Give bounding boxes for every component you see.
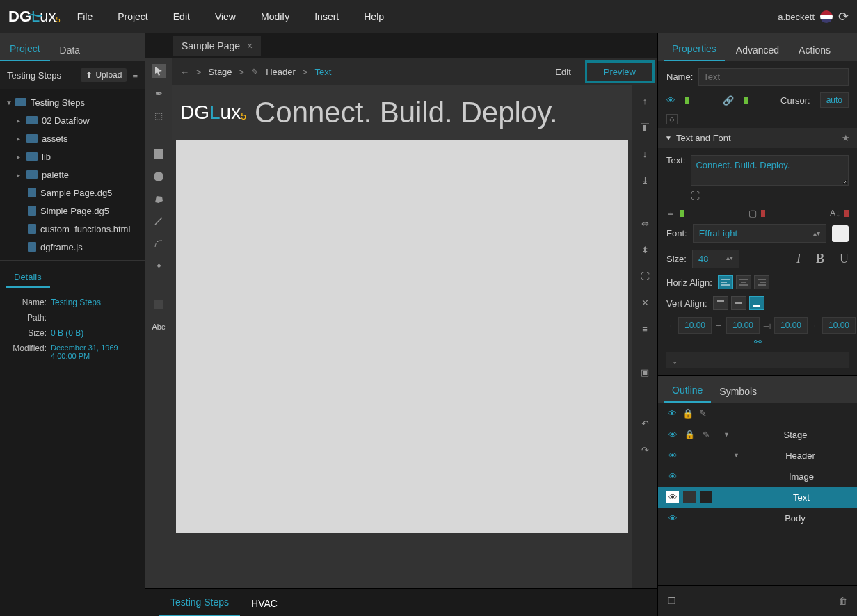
- nav-back-icon[interactable]: ←: [180, 67, 189, 77]
- align-center-button[interactable]: [736, 275, 751, 289]
- list-view-icon[interactable]: ≡: [132, 70, 138, 81]
- tab-properties[interactable]: Properties: [664, 36, 725, 61]
- size-select[interactable]: 48▴▾: [692, 250, 739, 268]
- expand-icon[interactable]: ⛶: [637, 268, 652, 284]
- fullscreen-icon[interactable]: ⛶: [691, 191, 700, 201]
- font-select[interactable]: EffraLight▴▾: [693, 224, 826, 243]
- menu-modify[interactable]: Modify: [261, 11, 289, 22]
- tree-file[interactable]: dgframe.js: [0, 238, 145, 256]
- name-input[interactable]: [698, 68, 849, 86]
- eye-icon[interactable]: 👁: [666, 512, 679, 524]
- polygon-tool-icon[interactable]: [152, 192, 166, 206]
- crop-icon[interactable]: ✕: [637, 295, 652, 310]
- tab-actions[interactable]: Actions: [790, 38, 839, 61]
- pen-tool-icon[interactable]: ✒: [152, 86, 166, 100]
- edit-mode-button[interactable]: Edit: [555, 67, 570, 77]
- outline-row-text[interactable]: 👁 Text: [658, 487, 857, 508]
- text-input[interactable]: [691, 155, 849, 186]
- distribute-icon[interactable]: ≡: [637, 321, 652, 337]
- lock-icon[interactable]: 🔒: [682, 408, 694, 419]
- eye-icon[interactable]: 👁: [668, 408, 677, 419]
- menu-project[interactable]: Project: [118, 11, 148, 22]
- tab-data[interactable]: Data: [50, 38, 90, 61]
- logout-icon[interactable]: ⟳: [838, 9, 849, 24]
- tab-outline[interactable]: Outline: [664, 378, 711, 403]
- align-left-button[interactable]: [718, 275, 733, 289]
- pad-top-input[interactable]: [726, 317, 760, 334]
- lock-icon[interactable]: 🔒: [683, 428, 696, 441]
- pad-bottom-input[interactable]: [822, 317, 856, 334]
- align-top-icon[interactable]: [637, 120, 652, 135]
- menu-insert[interactable]: Insert: [314, 11, 339, 22]
- ellipse-tool-icon[interactable]: [152, 170, 166, 184]
- tab-project[interactable]: Project: [0, 36, 50, 61]
- redo-icon[interactable]: ↷: [637, 442, 652, 457]
- tree-file[interactable]: Simple Page.dg5: [0, 202, 145, 220]
- align-right-button[interactable]: [754, 275, 769, 289]
- tree-folder-root[interactable]: ▼Testing Steps: [0, 93, 145, 111]
- duplicate-icon[interactable]: ❐: [668, 596, 676, 606]
- link-icon[interactable]: 🔗: [723, 95, 734, 106]
- crumb-stage[interactable]: Stage: [209, 67, 232, 77]
- italic-icon[interactable]: I: [796, 252, 801, 266]
- eye-icon[interactable]: 👁: [666, 491, 679, 503]
- center-icon[interactable]: ▣: [637, 364, 652, 380]
- bottom-tab-hvac[interactable]: HVAC: [240, 591, 289, 616]
- rect-tool-icon[interactable]: [152, 147, 166, 161]
- stop-tool-icon[interactable]: [152, 298, 166, 311]
- preview-button[interactable]: Preview: [585, 60, 655, 83]
- tree-file[interactable]: Sample Page.dg5: [0, 184, 145, 202]
- collapse-icon[interactable]: ◇: [666, 114, 678, 124]
- upload-button[interactable]: ⬆ Upload: [81, 68, 127, 82]
- text-font-section-header[interactable]: ▼ Text and Font ★: [658, 128, 857, 148]
- eye-icon[interactable]: 👁: [666, 449, 679, 462]
- curve-tool-icon[interactable]: [152, 236, 166, 250]
- menu-file[interactable]: File: [77, 11, 93, 22]
- tree-file[interactable]: custom_functions.html: [0, 220, 145, 238]
- doc-tab[interactable]: Sample Page ×: [173, 36, 261, 56]
- menu-edit[interactable]: Edit: [173, 11, 190, 22]
- tree-folder[interactable]: ▸02 Dataflow: [0, 111, 145, 129]
- menu-help[interactable]: Help: [364, 11, 384, 22]
- outline-row-body[interactable]: 👁 Body: [658, 508, 857, 528]
- arrow-up-icon[interactable]: ↑: [637, 93, 652, 108]
- link-padding-icon[interactable]: ⚯: [754, 337, 762, 347]
- outline-row-header[interactable]: 👁 ▼ Header: [658, 445, 857, 466]
- outline-row-stage[interactable]: 👁 🔒 ✎ ▼ Stage: [658, 424, 857, 445]
- menu-view[interactable]: View: [215, 11, 236, 22]
- outline-row-image[interactable]: 👁 Image: [658, 466, 857, 487]
- line-tool-icon[interactable]: [152, 214, 166, 228]
- valign-top-button[interactable]: [713, 296, 728, 310]
- pad-left-input[interactable]: [678, 317, 712, 334]
- bold-icon[interactable]: B: [816, 252, 824, 266]
- select-tool-icon[interactable]: [152, 64, 166, 78]
- puzzle-tool-icon[interactable]: ✦: [152, 259, 166, 273]
- eye-icon[interactable]: 👁: [666, 428, 679, 441]
- arrow-down-icon[interactable]: ↓: [637, 146, 652, 161]
- eye-icon[interactable]: 👁: [666, 470, 679, 483]
- crumb-header[interactable]: Header: [266, 67, 296, 77]
- trash-icon[interactable]: 🗑: [838, 596, 847, 606]
- cursor-select[interactable]: auto: [820, 92, 849, 108]
- fit-width-icon[interactable]: ⇔: [637, 216, 652, 231]
- text-dir-icon[interactable]: A↓: [830, 208, 840, 218]
- marquee-tool-icon[interactable]: ⬚: [152, 108, 166, 122]
- valign-bottom-button[interactable]: [749, 296, 764, 310]
- eye-icon[interactable]: 👁: [666, 95, 675, 106]
- download-icon[interactable]: ⤓: [637, 172, 652, 188]
- user-block[interactable]: a.beckett ⟳: [778, 9, 849, 24]
- edit-icon[interactable]: ✎: [700, 428, 712, 441]
- tree-folder[interactable]: ▸lib: [0, 147, 145, 165]
- align-icon[interactable]: ⫨: [666, 208, 675, 218]
- border-icon[interactable]: ▢: [748, 208, 757, 218]
- tab-symbols[interactable]: Symbols: [711, 379, 765, 403]
- font-color-swatch[interactable]: [832, 225, 849, 242]
- fit-height-icon[interactable]: ⬍: [637, 242, 652, 257]
- tab-advanced[interactable]: Advanced: [728, 38, 787, 61]
- undo-icon[interactable]: ↶: [637, 416, 652, 431]
- bottom-tab-testing[interactable]: Testing Steps: [159, 590, 240, 616]
- tree-folder[interactable]: ▸palette: [0, 165, 145, 184]
- stage-canvas[interactable]: DGLux5 Connect. Build. Deploy.: [172, 85, 632, 588]
- text-tool-icon[interactable]: Abc: [152, 320, 166, 334]
- collapse-row[interactable]: ⌄: [666, 352, 849, 368]
